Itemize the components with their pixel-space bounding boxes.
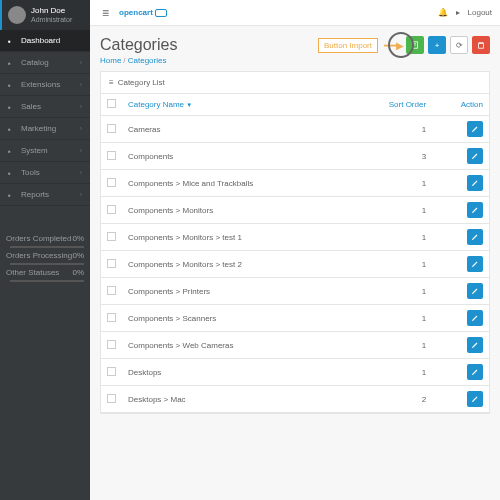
row-checkbox[interactable] [107, 178, 116, 187]
nav-label: Marketing [21, 124, 56, 133]
edit-button[interactable] [467, 148, 483, 164]
chevron-right-icon: › [80, 191, 82, 198]
user-box: John Doe Administrator [0, 0, 90, 30]
nav-label: Reports [21, 190, 49, 199]
nav-icon: ▪ [8, 59, 16, 67]
row-checkbox[interactable] [107, 394, 116, 403]
row-sort: 1 [350, 116, 432, 143]
edit-button[interactable] [467, 229, 483, 245]
notification-icon[interactable]: 🔔 [438, 8, 448, 17]
select-all-checkbox[interactable] [107, 99, 116, 108]
stat-pct: 0% [72, 268, 84, 277]
row-checkbox[interactable] [107, 232, 116, 241]
sidebar-item-dashboard[interactable]: ▪Dashboard [0, 30, 90, 52]
row-name: Desktops > Mac [122, 386, 350, 413]
sidebar-item-marketing[interactable]: ▪Marketing› [0, 118, 90, 140]
edit-button[interactable] [467, 121, 483, 137]
flag-icon[interactable]: ▸ [456, 8, 460, 17]
table-row: Desktops > Mac2 [101, 386, 489, 413]
stat-pct: 0% [72, 251, 84, 260]
row-name: Components [122, 143, 350, 170]
edit-button[interactable] [467, 175, 483, 191]
row-sort: 1 [350, 251, 432, 278]
table-row: Components > Mice and Trackballs1 [101, 170, 489, 197]
table-row: Desktops1 [101, 359, 489, 386]
row-checkbox[interactable] [107, 367, 116, 376]
edit-button[interactable] [467, 364, 483, 380]
row-checkbox[interactable] [107, 259, 116, 268]
user-name: John Doe [31, 6, 72, 16]
breadcrumb: Home / Categories [100, 56, 177, 65]
stat-row: Orders Processing0% [6, 248, 84, 263]
row-checkbox[interactable] [107, 124, 116, 133]
stat-pct: 0% [72, 234, 84, 243]
rebuild-button[interactable]: ⟳ [450, 36, 468, 54]
breadcrumb-current[interactable]: Categories [128, 56, 167, 65]
row-sort: 1 [350, 197, 432, 224]
logout-link[interactable]: Logout [468, 8, 492, 17]
edit-button[interactable] [467, 283, 483, 299]
edit-button[interactable] [467, 256, 483, 272]
sidebar-item-sales[interactable]: ▪Sales› [0, 96, 90, 118]
sidebar-item-reports[interactable]: ▪Reports› [0, 184, 90, 206]
row-sort: 1 [350, 359, 432, 386]
page-title: Categories [100, 36, 177, 54]
edit-button[interactable] [467, 310, 483, 326]
row-sort: 2 [350, 386, 432, 413]
nav-label: Sales [21, 102, 41, 111]
sidebar-item-system[interactable]: ▪System› [0, 140, 90, 162]
nav-label: System [21, 146, 48, 155]
nav-icon: ▪ [8, 191, 16, 199]
nav-label: Extensions [21, 80, 60, 89]
row-sort: 1 [350, 224, 432, 251]
edit-button[interactable] [467, 202, 483, 218]
nav-icon: ▪ [8, 169, 16, 177]
stat-label: Other Statuses [6, 268, 59, 277]
nav-label: Catalog [21, 58, 49, 67]
table-row: Components > Printers1 [101, 278, 489, 305]
row-name: Components > Monitors > test 1 [122, 224, 350, 251]
row-checkbox[interactable] [107, 340, 116, 349]
row-checkbox[interactable] [107, 313, 116, 322]
import-callout-label: Button Import [318, 38, 378, 53]
import-button[interactable] [406, 36, 424, 54]
menu-toggle-icon[interactable]: ≡ [98, 6, 113, 20]
chevron-right-icon: › [80, 125, 82, 132]
nav-label: Dashboard [21, 36, 60, 45]
table-row: Cameras1 [101, 116, 489, 143]
row-name: Components > Monitors [122, 197, 350, 224]
sidebar-item-catalog[interactable]: ▪Catalog› [0, 52, 90, 74]
col-name[interactable]: Category Name ▼ [122, 94, 350, 116]
nav-icon: ▪ [8, 125, 16, 133]
stat-label: Orders Completed [6, 234, 71, 243]
edit-button[interactable] [467, 337, 483, 353]
table-row: Components > Monitors > test 21 [101, 251, 489, 278]
table-row: Components > Monitors1 [101, 197, 489, 224]
row-checkbox[interactable] [107, 205, 116, 214]
add-button[interactable]: + [428, 36, 446, 54]
row-checkbox[interactable] [107, 286, 116, 295]
logo[interactable]: opencart [119, 8, 167, 17]
chevron-right-icon: › [80, 59, 82, 66]
row-sort: 1 [350, 170, 432, 197]
row-checkbox[interactable] [107, 151, 116, 160]
delete-button[interactable] [472, 36, 490, 54]
col-sort[interactable]: Sort Order [350, 94, 432, 116]
table-row: Components > Scanners1 [101, 305, 489, 332]
avatar [8, 6, 26, 24]
stat-row: Orders Completed0% [6, 231, 84, 246]
col-action: Action [432, 94, 489, 116]
svg-rect-3 [479, 43, 484, 48]
sidebar-item-extensions[interactable]: ▪Extensions› [0, 74, 90, 96]
edit-button[interactable] [467, 391, 483, 407]
sidebar-item-tools[interactable]: ▪Tools› [0, 162, 90, 184]
stat-bar [10, 280, 84, 282]
table-row: Components3 [101, 143, 489, 170]
row-name: Cameras [122, 116, 350, 143]
breadcrumb-home[interactable]: Home [100, 56, 121, 65]
row-name: Components > Printers [122, 278, 350, 305]
list-icon: ≡ [109, 78, 114, 87]
table-row: Components > Web Cameras1 [101, 332, 489, 359]
nav-icon: ▪ [8, 103, 16, 111]
nav-label: Tools [21, 168, 40, 177]
